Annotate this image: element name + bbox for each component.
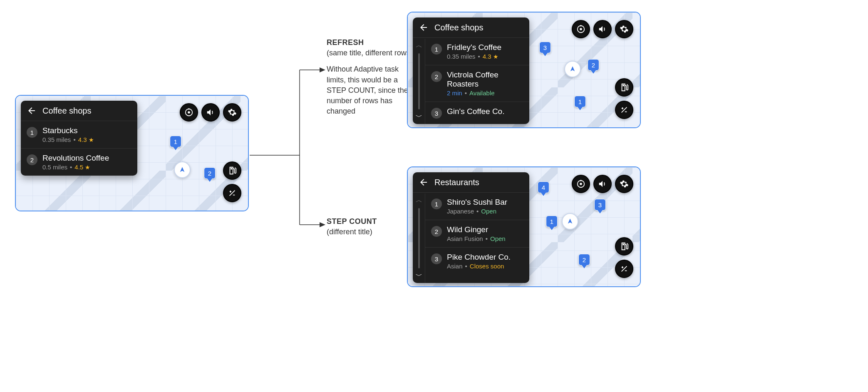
compass-button[interactable] [572,20,590,38]
scroll-down-button[interactable]: ﹀ [416,272,422,280]
svg-point-7 [188,111,190,114]
list-item[interactable]: 3 Pike Chowder Co. Asian•Closes soon [425,248,529,275]
item-distance: 0.35 miles [42,136,71,143]
panel-title: Coffee shops [434,23,484,32]
compass-button[interactable] [180,103,198,122]
current-location-chip[interactable] [174,161,191,178]
map-pin[interactable]: 2 [204,167,216,179]
annotation-body: Without Adaptive task limits, this would… [327,64,418,117]
settings-button[interactable] [615,175,633,193]
scroll-track[interactable] [418,53,420,109]
gear-icon [228,108,237,117]
zoom-toggle-button[interactable] [615,260,633,278]
frame-initial: Coffee shops 1 Starbucks 0.35 miles•4.3 … [15,95,249,211]
gear-icon [620,25,629,34]
map-pin[interactable]: 4 [538,181,549,193]
current-location-chip[interactable] [562,213,578,230]
fuel-button[interactable] [615,237,633,256]
fuel-icon [620,242,629,251]
svg-marker-3 [320,67,325,72]
fuel-button[interactable] [615,78,633,97]
results-list: 1 Shiro's Sushi Bar Japanese•Open 2 Wild… [425,193,529,275]
annotation-heading: STEP COUNT [327,216,377,227]
svg-point-10 [580,28,582,30]
frame-refresh: Coffee shops ︿ ﹀ 1 Fridley's Coffee 0.35… [407,12,641,128]
plus-minus-icon [620,264,629,273]
back-button[interactable] [27,106,37,116]
item-title: Gin's Coffee Co. [447,107,504,116]
zoom-toggle-button[interactable] [223,184,241,202]
compass-icon [576,179,585,189]
rank-badge: 1 [431,44,442,55]
list-item[interactable]: 2 Revolutions Coffee 0.5 miles•4.5 ★ [21,149,137,176]
map-pin[interactable]: 1 [546,216,558,227]
item-status: Available [469,89,495,97]
sound-icon [598,25,607,34]
map-pin[interactable]: 3 [594,199,606,211]
item-subtitle: 0.5 miles•4.5 ★ [42,164,109,171]
item-title: Pike Chowder Co. [447,253,511,262]
sound-button[interactable] [593,175,612,193]
rank-badge: 1 [431,198,442,209]
rank-badge: 2 [431,71,442,82]
item-cuisine: Asian Fusion [447,235,483,242]
item-subtitle: 2 min•Available [447,89,523,97]
annotation-heading: REFRESH [327,37,418,48]
list-item[interactable]: 1 Starbucks 0.35 miles•4.3 ★ [21,121,137,149]
panel-header: Restaurants [413,172,529,193]
annotation-sub: (same title, different rows) [327,48,418,58]
svg-marker-5 [320,222,325,227]
list-item[interactable]: 1 Fridley's Coffee 0.35 miles•4.3 ★ [425,38,529,65]
settings-button[interactable] [223,103,241,122]
map-pin[interactable]: 3 [539,42,551,53]
item-subtitle: Asian Fusion•Open [447,235,506,242]
plus-minus-icon [620,105,629,114]
item-rating: 4.3 [78,136,87,143]
rank-badge: 2 [27,154,37,165]
scroll-up-button[interactable]: ︿ [416,41,422,50]
scroll-track[interactable] [418,208,420,268]
arrow-left-icon [419,22,429,32]
svg-rect-8 [231,168,232,170]
svg-rect-11 [622,85,624,87]
scroll-gutter: ︿ ﹀ [413,194,425,283]
results-panel: Restaurants ︿ ﹀ 1 Shiro's Sushi Bar Japa… [413,172,529,283]
map-pin[interactable]: 2 [588,59,599,71]
results-panel: Coffee shops 1 Starbucks 0.35 miles•4.3 … [21,101,137,176]
current-location-chip[interactable] [564,61,581,77]
compass-icon [576,25,585,34]
sound-button[interactable] [201,103,220,122]
item-cuisine: Japanese [447,208,474,215]
list-item[interactable]: 2 Wild Ginger Asian Fusion•Open [425,220,529,248]
list-item[interactable]: 3 Gin's Coffee Co. [425,102,529,120]
item-subtitle: Asian•Closes soon [447,263,511,270]
item-title: Shiro's Sushi Bar [447,198,507,207]
rank-badge: 3 [431,108,442,119]
settings-button[interactable] [615,20,633,38]
list-item[interactable]: 2 Victrola Coffee Roasters 2 min•Availab… [425,65,529,102]
scroll-up-button[interactable]: ︿ [416,196,422,205]
sound-button[interactable] [593,20,612,38]
zoom-toggle-button[interactable] [615,101,633,119]
map-pin[interactable]: 2 [578,254,590,265]
navigation-arrow-icon [569,65,576,73]
back-button[interactable] [419,177,429,187]
fuel-icon [620,83,629,92]
sound-icon [206,108,215,117]
list-item[interactable]: 1 Shiro's Sushi Bar Japanese•Open [425,193,529,220]
arrow-left-icon [419,177,429,187]
item-subtitle: Japanese•Open [447,208,507,215]
scroll-down-button[interactable]: ﹀ [416,113,422,122]
item-distance: 0.5 miles [42,164,67,171]
compass-button[interactable] [572,175,590,193]
map-pin[interactable]: 1 [170,136,181,147]
fuel-button[interactable] [223,161,241,180]
map-pin[interactable]: 1 [574,96,586,107]
item-status: Open [490,235,506,242]
navigation-arrow-icon [566,218,574,225]
back-button[interactable] [419,22,429,32]
item-title: Revolutions Coffee [42,154,109,163]
panel-header: Coffee shops [21,101,137,121]
item-rating: 4.5 [74,164,83,171]
plus-minus-icon [228,189,237,198]
